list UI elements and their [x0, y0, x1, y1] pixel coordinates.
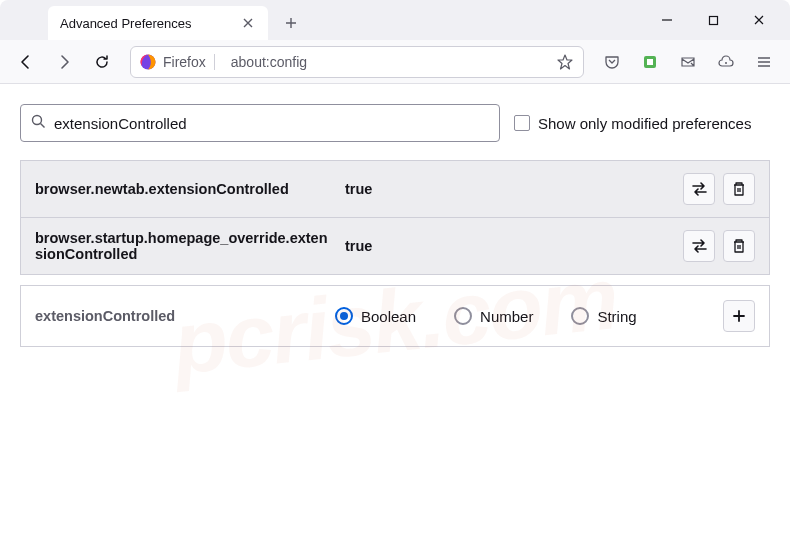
- mail-icon[interactable]: [672, 46, 704, 78]
- pref-row[interactable]: browser.newtab.extensionControlled true: [21, 161, 769, 217]
- maximize-button[interactable]: [690, 0, 736, 40]
- radio-icon: [335, 307, 353, 325]
- new-pref-name: extensionControlled: [35, 308, 335, 324]
- pref-table: browser.newtab.extensionControlled true …: [20, 160, 770, 275]
- delete-button[interactable]: [723, 173, 755, 205]
- pref-row[interactable]: browser.startup.homepage_override.extens…: [21, 217, 769, 274]
- search-row: Show only modified preferences: [20, 104, 770, 142]
- search-icon: [31, 114, 46, 133]
- window-controls: [644, 0, 790, 40]
- radio-string[interactable]: String: [571, 307, 636, 325]
- identity-box[interactable]: Firefox: [137, 51, 223, 73]
- svg-rect-0: [709, 16, 717, 24]
- tab-active[interactable]: Advanced Preferences: [48, 6, 268, 40]
- menu-icon[interactable]: [748, 46, 780, 78]
- new-tab-button[interactable]: [276, 8, 306, 38]
- titlebar: Advanced Preferences: [0, 0, 790, 40]
- close-icon[interactable]: [240, 15, 256, 31]
- close-window-button[interactable]: [736, 0, 782, 40]
- radio-label: Boolean: [361, 308, 416, 325]
- radio-boolean[interactable]: Boolean: [335, 307, 416, 325]
- pref-name: browser.startup.homepage_override.extens…: [35, 230, 335, 262]
- search-input[interactable]: [54, 115, 489, 132]
- back-button[interactable]: [10, 46, 42, 78]
- radio-icon: [571, 307, 589, 325]
- svg-point-4: [725, 62, 727, 64]
- browser-window: Advanced Preferences: [0, 0, 790, 553]
- pref-value: true: [345, 238, 673, 254]
- toolbar: Firefox about:config: [0, 40, 790, 84]
- identity-label: Firefox: [163, 54, 215, 70]
- search-box[interactable]: [20, 104, 500, 142]
- checkbox-icon: [514, 115, 530, 131]
- forward-button[interactable]: [48, 46, 80, 78]
- url-bar[interactable]: Firefox about:config: [130, 46, 584, 78]
- bookmark-star-icon[interactable]: [551, 48, 579, 76]
- minimize-button[interactable]: [644, 0, 690, 40]
- radio-label: Number: [480, 308, 533, 325]
- url-text: about:config: [223, 54, 551, 70]
- pref-actions: [683, 173, 755, 205]
- pref-value: true: [345, 181, 673, 197]
- radio-icon: [454, 307, 472, 325]
- radio-label: String: [597, 308, 636, 325]
- firefox-icon: [139, 53, 157, 71]
- toggle-button[interactable]: [683, 230, 715, 262]
- svg-rect-3: [647, 59, 653, 65]
- extension-icon[interactable]: [634, 46, 666, 78]
- type-radio-group: Boolean Number String: [335, 307, 723, 325]
- content-area: Show only modified preferences browser.n…: [0, 84, 790, 367]
- checkbox-label-text: Show only modified preferences: [538, 115, 751, 132]
- pref-actions: [683, 230, 755, 262]
- pocket-icon[interactable]: [596, 46, 628, 78]
- add-button[interactable]: [723, 300, 755, 332]
- reload-button[interactable]: [86, 46, 118, 78]
- delete-button[interactable]: [723, 230, 755, 262]
- show-modified-checkbox[interactable]: Show only modified preferences: [514, 115, 751, 132]
- cloud-icon[interactable]: [710, 46, 742, 78]
- tab-title: Advanced Preferences: [60, 16, 240, 31]
- toggle-button[interactable]: [683, 173, 715, 205]
- svg-point-5: [33, 115, 42, 124]
- radio-number[interactable]: Number: [454, 307, 533, 325]
- pref-name: browser.newtab.extensionControlled: [35, 181, 335, 197]
- new-pref-row: extensionControlled Boolean Number Strin…: [20, 285, 770, 347]
